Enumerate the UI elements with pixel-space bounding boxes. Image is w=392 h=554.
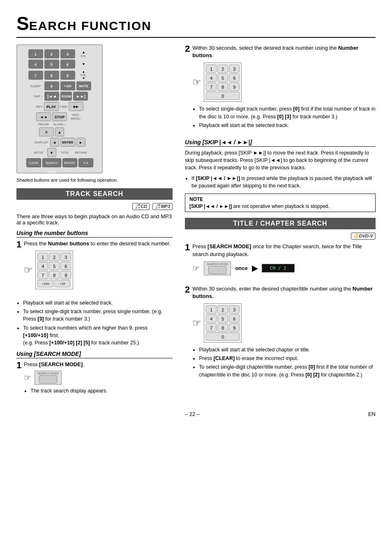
hand-icon-tc: ☞ bbox=[192, 263, 200, 273]
np1-3: 3 bbox=[60, 253, 71, 261]
title-big-s: S bbox=[16, 13, 29, 34]
search-mode-tc-btn: SEARCH MODE bbox=[204, 261, 231, 275]
np1-8: 8 bbox=[49, 271, 60, 279]
remote-btn-2: 2 bbox=[44, 49, 59, 58]
remote-btn-pause: II bbox=[39, 127, 54, 136]
tc-bullet-1: Playback will start at the selected chap… bbox=[199, 346, 376, 353]
numpad-3: ☞ 1 2 3 4 5 6 7 8 9 0 bbox=[192, 303, 376, 343]
np2-6: 6 bbox=[229, 74, 240, 82]
np3-2: 2 bbox=[217, 305, 228, 314]
search-mode-button-img: SEARCH MODE bbox=[35, 371, 62, 385]
remote-btn-6: 6 bbox=[60, 60, 75, 69]
numpad-2: ☞ 1 2 3 4 5 6 7 8 9 0 bbox=[192, 62, 376, 102]
bullet-1-3: To select track numbers which are higher… bbox=[23, 324, 173, 346]
remote-btn-9: 9 bbox=[60, 71, 75, 80]
remote-btn-down: ▼ bbox=[47, 148, 56, 157]
bullet-sm-2-2: Playback will start at the selected trac… bbox=[199, 122, 376, 129]
search-mode-tc-visual bbox=[208, 266, 226, 274]
remote-btn-right: ► bbox=[76, 138, 85, 147]
np3-1: 1 bbox=[206, 305, 217, 314]
np1-7: 7 bbox=[37, 271, 48, 279]
tc-display: CH / 2 bbox=[262, 264, 295, 272]
step-sm-2-bullets: To select single-digit track number, pre… bbox=[199, 105, 376, 129]
remote-btn-plus100: +100 bbox=[60, 81, 75, 90]
remote-btn-ab: A-B bbox=[78, 158, 93, 167]
dvd-v-icon: 📀DVD-V bbox=[351, 233, 376, 240]
numpad-1: ☞ 1 2 3 4 5 6 7 8 9 bbox=[24, 251, 173, 289]
title-chapter-media-icon: 📀DVD-V bbox=[185, 233, 376, 240]
np2-9: 9 bbox=[229, 83, 240, 91]
remote-btn-rev: ◄◄ bbox=[36, 112, 51, 121]
page-title: SEARCH FUNCTION bbox=[16, 12, 376, 38]
remote-btn-repeat: REPEAT bbox=[62, 158, 77, 167]
page-number: – 22 – bbox=[185, 411, 200, 417]
step-sm-1-number: 1 bbox=[16, 361, 21, 370]
remote-btn-5: 5 bbox=[44, 60, 59, 69]
remote-btn-0: 0 bbox=[44, 81, 59, 90]
tc-step1-number: 1 bbox=[185, 243, 190, 252]
remote-btn-play: PLAY bbox=[44, 102, 59, 111]
step-sm-1-bullets: The track search display appears. bbox=[30, 387, 173, 395]
np2-1: 1 bbox=[206, 65, 217, 73]
track-search-media-icons: 🎵CD 🎵MP3 bbox=[16, 203, 173, 210]
hand-icon-2: ☞ bbox=[192, 76, 201, 88]
np2-2: 2 bbox=[217, 65, 228, 73]
once-label: once bbox=[235, 265, 247, 271]
step-sm-2-text: Within 30 seconds, select the desired tr… bbox=[192, 44, 376, 59]
subsection-number-buttons: Using the number buttons bbox=[16, 230, 173, 238]
remote-btn-7: 7 bbox=[28, 71, 43, 80]
tc-step2-bullets: Playback will start at the selected chap… bbox=[199, 346, 376, 379]
np2-7: 7 bbox=[206, 83, 217, 91]
np2-5: 5 bbox=[217, 74, 228, 82]
hand-icon-sm: ☞ bbox=[24, 373, 31, 383]
title-chapter-header: TITLE / CHAPTER SEARCH bbox=[185, 218, 376, 229]
subsection-search-mode: Using [SEARCH MODE] bbox=[16, 351, 173, 358]
np2-4: 4 bbox=[206, 74, 217, 82]
skip-section-body: During playback, press [SKIP ►►|] to mov… bbox=[185, 149, 376, 171]
search-mode-label-top: SEARCH MODE bbox=[37, 372, 59, 375]
remote-btn-1: 1 bbox=[28, 49, 43, 58]
remote-btn-left: ◄ bbox=[50, 138, 59, 147]
np3-7: 7 bbox=[206, 323, 217, 332]
step-sm-1-text: Press [SEARCH MODE]. bbox=[24, 361, 173, 368]
np1-5: 5 bbox=[49, 262, 60, 270]
np3-8: 8 bbox=[217, 323, 228, 332]
lang-indicator: EN bbox=[368, 411, 376, 417]
tc-step2-number: 2 bbox=[185, 285, 190, 294]
title-rest: EARCH FUNCTION bbox=[29, 19, 152, 32]
np3-0: 0 bbox=[206, 332, 240, 341]
tc-step1-text: Press [SEARCH MODE] once for the Chapter… bbox=[192, 243, 376, 258]
np1-6: 6 bbox=[60, 262, 71, 270]
np3-9: 9 bbox=[229, 323, 240, 332]
tc-step2-text: Within 30 seconds, enter the desired cha… bbox=[192, 285, 376, 300]
np3-5: 5 bbox=[217, 314, 228, 323]
skip-bullets: If [SKIP |◄◄ / ►►|] is pressed while the… bbox=[191, 175, 376, 189]
np1-4: 4 bbox=[37, 262, 48, 270]
remote-btn-skip-back: |◄◄ bbox=[44, 92, 59, 101]
hand-icon-3: ☞ bbox=[192, 317, 201, 329]
mp3-icon: 🎵MP3 bbox=[152, 203, 173, 210]
tc-bullet-3: To select single-digit chapter/title num… bbox=[199, 363, 376, 378]
skip-note-box: NOTE [SKIP |◄◄ / ►►|] are not operative … bbox=[185, 194, 376, 212]
remote-btn-8: 8 bbox=[44, 71, 59, 80]
remote-btn-fwd: ▶▶ bbox=[69, 102, 83, 111]
track-search-header: TRACK SEARCH bbox=[16, 188, 173, 200]
bullet-sm-1: The track search display appears. bbox=[30, 387, 173, 395]
remote-btn-clear: CLEAR bbox=[26, 158, 41, 167]
skip-section-title: Using [SKIP |◄◄ / ►►|] bbox=[185, 139, 376, 147]
search-mode-btn-visual bbox=[39, 375, 57, 383]
np3-4: 4 bbox=[206, 314, 217, 323]
np1-9: 9 bbox=[60, 271, 71, 279]
skip-note-title: NOTE bbox=[189, 196, 371, 202]
np1-plus10: +10 bbox=[54, 280, 70, 287]
skip-note-body: [SKIP |◄◄ / ►►|] are not operative when … bbox=[189, 203, 371, 209]
remote-btn-skip-fwd: ZOOM bbox=[60, 92, 72, 101]
bullet-1-1: Playback will start at the selected trac… bbox=[23, 299, 173, 307]
page-footer: – 22 – EN bbox=[16, 411, 376, 417]
np2-8: 8 bbox=[217, 83, 228, 91]
np2-0: 0 bbox=[206, 92, 240, 100]
skip-bullet-1: If [SKIP |◄◄ / ►►|] is pressed while the… bbox=[191, 175, 376, 189]
step-1-text: Press the Number buttons to enter the de… bbox=[24, 240, 173, 247]
remote-btn-search-mode: SEARCH MODE bbox=[42, 158, 61, 167]
search-mode-tc-label: SEARCH MODE bbox=[207, 263, 228, 265]
